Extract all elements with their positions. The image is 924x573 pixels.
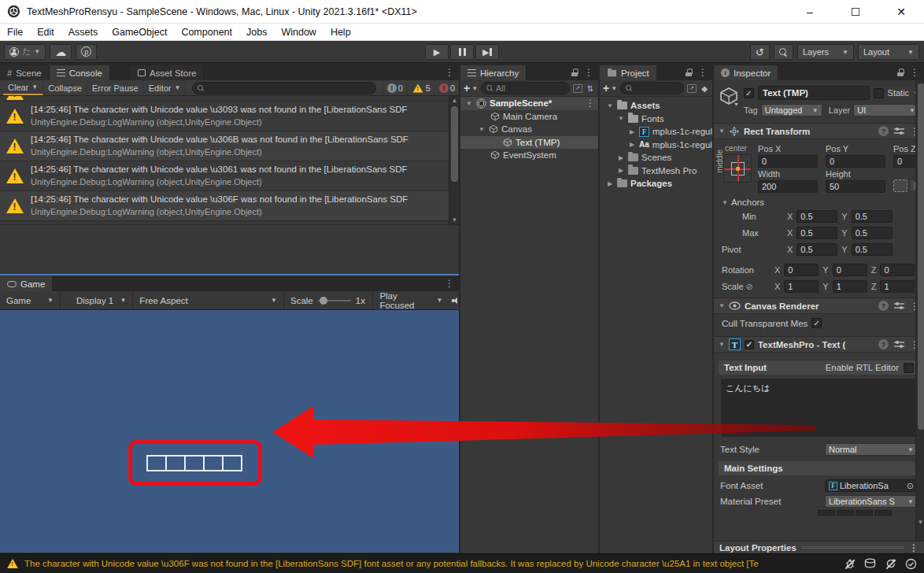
object-picker-icon[interactable]: ⊙: [907, 481, 914, 491]
project-item-assets[interactable]: ▼ Assets: [600, 99, 712, 113]
kebab-menu-icon[interactable]: ⋮: [584, 68, 593, 77]
scale-x-field[interactable]: 1: [784, 280, 819, 293]
log-row[interactable]: [14:25:46] The character with Unicode va…: [0, 131, 449, 161]
menu-assets[interactable]: Assets: [61, 24, 105, 40]
layout-properties-header[interactable]: Layout Properties ⋮: [714, 541, 924, 553]
text-style-dropdown[interactable]: Normal▼: [825, 443, 918, 456]
hierarchy-search-input[interactable]: All: [481, 82, 570, 94]
project-item-font-sdf-asset[interactable]: ▶ F mplus-1c-regul: [600, 125, 712, 139]
hierarchy-item-main-camera[interactable]: Main Camera: [460, 110, 598, 124]
kebab-menu-icon[interactable]: ⋮: [445, 68, 454, 77]
anchor-min-x-field[interactable]: 0.5: [796, 210, 837, 223]
scrollbar-thumb[interactable]: [451, 106, 458, 182]
tab-console[interactable]: Console: [50, 65, 110, 80]
font-asset-object-field[interactable]: F LiberationSa ⊙: [825, 479, 918, 492]
create-asset-button[interactable]: +▼: [603, 82, 617, 94]
editor-dropdown[interactable]: Editor ▼: [144, 80, 187, 95]
foldout-icon[interactable]: ▼: [606, 102, 614, 109]
scroll-down-icon[interactable]: ▼: [916, 518, 924, 527]
debugger-disabled-icon[interactable]: [843, 557, 856, 571]
help-icon[interactable]: ?: [878, 301, 889, 311]
foldout-icon[interactable]: ▼: [465, 100, 473, 107]
play-focus-dropdown[interactable]: Play Focused ▼: [373, 291, 449, 309]
foldout-icon[interactable]: ▶: [628, 128, 636, 135]
slider-knob[interactable]: [320, 297, 327, 305]
canvas-renderer-header[interactable]: ▼ Canvas Renderer ? ⋮: [714, 298, 924, 314]
error-count[interactable]: ! 0: [434, 80, 459, 95]
plastic-scm-button[interactable]: p: [76, 44, 97, 60]
anchors-foldout[interactable]: ▼ Anchors: [722, 198, 918, 207]
clear-button[interactable]: Clear ▼: [3, 80, 43, 95]
project-item-packages[interactable]: ▶ Packages: [600, 177, 712, 190]
pop-out-icon[interactable]: ↗: [573, 84, 582, 93]
scrollbar-thumb[interactable]: [918, 83, 924, 430]
cull-transparent-checkbox[interactable]: ✓: [811, 318, 822, 328]
scale-y-field[interactable]: 1: [833, 280, 867, 293]
pos-x-field[interactable]: 0: [758, 155, 818, 168]
step-button[interactable]: ▶: [475, 44, 499, 60]
help-icon[interactable]: ?: [878, 126, 889, 136]
foldout-icon[interactable]: ▼: [478, 126, 486, 133]
blueprint-mode-button[interactable]: [893, 179, 907, 192]
layer-dropdown[interactable]: UI▼: [853, 104, 919, 116]
hierarchy-item-eventsystem[interactable]: EventSystem: [460, 149, 598, 162]
display-target-dropdown[interactable]: Game ▼: [0, 291, 61, 309]
foldout-icon[interactable]: ▼: [719, 302, 725, 309]
progress-idle-icon[interactable]: [904, 557, 918, 571]
rotation-z-field[interactable]: 0: [880, 264, 915, 276]
kebab-menu-icon[interactable]: ⋮: [445, 279, 454, 288]
console-search-input[interactable]: [192, 82, 375, 94]
account-button[interactable]: た ▼: [4, 44, 46, 60]
aspect-ratio-dropdown[interactable]: Free Aspect ▼: [133, 291, 284, 309]
sort-icon[interactable]: ⇅: [586, 83, 595, 94]
hierarchy-item-canvas[interactable]: ▼ Canvas: [460, 123, 598, 136]
log-row-partial[interactable]: [0, 96, 449, 102]
collapse-button[interactable]: Collapse: [43, 80, 87, 95]
foldout-icon[interactable]: ▶: [617, 154, 625, 161]
menu-jobs[interactable]: Jobs: [239, 24, 274, 40]
foldout-icon[interactable]: ▼: [719, 341, 725, 348]
active-checkbox[interactable]: ✓: [744, 88, 754, 98]
text-input-area[interactable]: こんにちは: [720, 378, 918, 438]
anchor-max-y-field[interactable]: 0.5: [852, 227, 893, 239]
anchor-min-y-field[interactable]: 0.5: [852, 210, 893, 223]
component-enabled-checkbox[interactable]: ✓: [745, 340, 754, 349]
project-item-scenes[interactable]: ▶ Scenes: [600, 151, 712, 165]
help-icon[interactable]: ?: [878, 339, 889, 349]
maximize-button[interactable]: ☐: [833, 0, 878, 23]
pos-y-field[interactable]: 0: [826, 155, 885, 168]
style-toggle[interactable]: [874, 510, 892, 516]
info-count[interactable]: ! 0: [383, 80, 407, 95]
tab-inspector[interactable]: i Inspector: [714, 65, 778, 80]
kebab-menu-icon[interactable]: ⋮: [698, 68, 708, 77]
lock-icon[interactable]: [571, 68, 578, 76]
game-viewport[interactable]: [0, 310, 459, 553]
project-item-font-file[interactable]: ▶ Aa mplus-1c-regul: [600, 139, 712, 152]
lock-icon[interactable]: [897, 68, 904, 76]
layout-dropdown[interactable]: Layout ▼: [858, 44, 919, 60]
anchor-preset-button[interactable]: [723, 154, 752, 183]
search-everything-button[interactable]: [774, 44, 793, 60]
package-visibility-icon[interactable]: ◆: [700, 83, 709, 94]
console-scrollbar[interactable]: ▲ ▼: [449, 96, 459, 224]
warning-count[interactable]: 5: [407, 80, 434, 95]
cloud-button[interactable]: ☁: [50, 44, 72, 60]
error-pause-button[interactable]: Error Pause: [87, 80, 144, 95]
hierarchy-item-scene[interactable]: ▼ SampleScene* ⋮: [460, 97, 598, 110]
layers-dropdown[interactable]: Layers ▼: [797, 44, 854, 60]
hierarchy-item-text-tmp[interactable]: Text (TMP): [460, 136, 598, 150]
main-settings-section[interactable]: Main Settings: [719, 461, 919, 475]
tab-project[interactable]: Project: [600, 65, 657, 80]
mute-audio-icon[interactable]: [452, 297, 459, 305]
refresh-disabled-icon[interactable]: [884, 557, 897, 571]
menu-component[interactable]: Component: [174, 24, 239, 40]
play-button[interactable]: ▶: [425, 44, 449, 60]
rtl-editor-checkbox[interactable]: [904, 363, 914, 373]
tab-game[interactable]: Game: [0, 276, 53, 291]
foldout-icon[interactable]: ▼: [719, 128, 725, 135]
rotation-x-field[interactable]: 0: [784, 264, 819, 276]
textmeshpro-header[interactable]: ▼ T ✓ TextMeshPro - Text ( ? ⋮: [714, 336, 924, 353]
log-row[interactable]: [14:25:46] The character with Unicode va…: [0, 161, 449, 191]
foldout-icon[interactable]: ▼: [617, 115, 625, 122]
cache-server-icon[interactable]: [863, 557, 877, 571]
